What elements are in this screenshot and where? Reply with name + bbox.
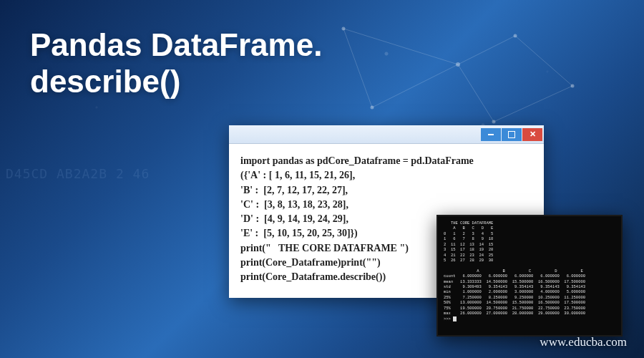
- terminal-line: A B C D E: [444, 268, 583, 274]
- svg-line-4: [372, 64, 458, 107]
- svg-point-12: [571, 84, 575, 88]
- page-title: Pandas DataFrame. describe(): [30, 27, 322, 100]
- code-line: ({'A' : [ 1, 6, 11, 15, 21, 26],: [240, 170, 355, 180]
- code-line: import pandas as pdCore_Dataframe = pd.D…: [240, 155, 474, 166]
- svg-point-7: [342, 27, 346, 31]
- terminal-line: A B C D E: [444, 226, 493, 231]
- svg-line-3: [343, 29, 372, 107]
- code-line: print(Core_Dataframe.describe()): [240, 271, 386, 282]
- code-line: 'C' : [3, 8, 13, 18, 23, 28],: [240, 199, 348, 210]
- window-titlebar: [229, 125, 544, 144]
- terminal-line: max 26.000000 27.000000 28.000000 29.000…: [444, 311, 585, 316]
- svg-line-0: [343, 29, 458, 64]
- code-line: 'B' : [2, 7, 12, 17, 22, 27],: [240, 185, 348, 195]
- terminal-line: 4 21 22 23 24 25: [444, 253, 493, 258]
- terminal-line: THE CORE DATAFRAME: [444, 221, 493, 226]
- terminal-line: 1 6 7 8 9 10: [444, 236, 493, 241]
- terminal-line: count 6.000000 6.000000 6.000000 6.00000…: [444, 274, 585, 279]
- svg-line-6: [515, 36, 572, 86]
- terminal-line: 3 15 17 18 19 20: [444, 247, 493, 252]
- code-line: print(Core_Dataframe)print(""): [240, 257, 381, 268]
- code-line: 'D' : [4, 9, 14, 19, 24, 29],: [240, 213, 348, 224]
- terminal-output-window: THE CORE DATAFRAME A B C D E 0 1 2 3 4 5…: [436, 215, 623, 337]
- svg-line-1: [458, 36, 515, 64]
- svg-point-8: [456, 62, 460, 67]
- code-line: 'E' : [5, 10, 15, 20, 25, 30]}): [240, 228, 358, 238]
- svg-point-10: [492, 120, 496, 124]
- terminal-line: 75% 19.500000 20.750000 21.750000 22.750…: [444, 306, 585, 311]
- terminal-prompt: >>>: [444, 316, 453, 321]
- terminal-line: 5 26 27 28 29 30: [444, 258, 493, 263]
- terminal-line: 2 11 12 13 14 15: [444, 242, 493, 247]
- svg-line-2: [458, 64, 494, 122]
- terminal-line: 0 1 2 3 4 5: [444, 231, 493, 236]
- minimize-button[interactable]: [481, 128, 501, 141]
- svg-point-9: [514, 34, 517, 38]
- svg-point-11: [371, 106, 374, 110]
- watermark-url: www.educba.com: [540, 335, 627, 349]
- maximize-button[interactable]: [502, 128, 522, 141]
- cursor-icon: [453, 316, 457, 321]
- title-line-1: Pandas DataFrame.: [30, 27, 322, 64]
- svg-line-5: [494, 86, 572, 122]
- title-line-2: describe(): [30, 64, 322, 100]
- terminal-line: min 1.000000 2.000000 3.000000 4.000000 …: [444, 289, 585, 294]
- terminal-line: 25% 7.250000 8.250000 9.250000 10.250000…: [444, 295, 585, 300]
- terminal-line: mean 13.333333 14.500000 15.500000 16.50…: [444, 279, 585, 284]
- close-button[interactable]: [522, 128, 542, 141]
- background-hex-text: D45CD AB2A2B 2 46: [6, 165, 150, 183]
- terminal-line: 50% 13.000000 14.500000 15.500000 16.500…: [444, 300, 585, 305]
- terminal-line: std 9.309493 9.354143 9.354143 9.354143 …: [444, 284, 585, 289]
- code-line: print(" THE CORE DATAFRAME "): [240, 243, 409, 253]
